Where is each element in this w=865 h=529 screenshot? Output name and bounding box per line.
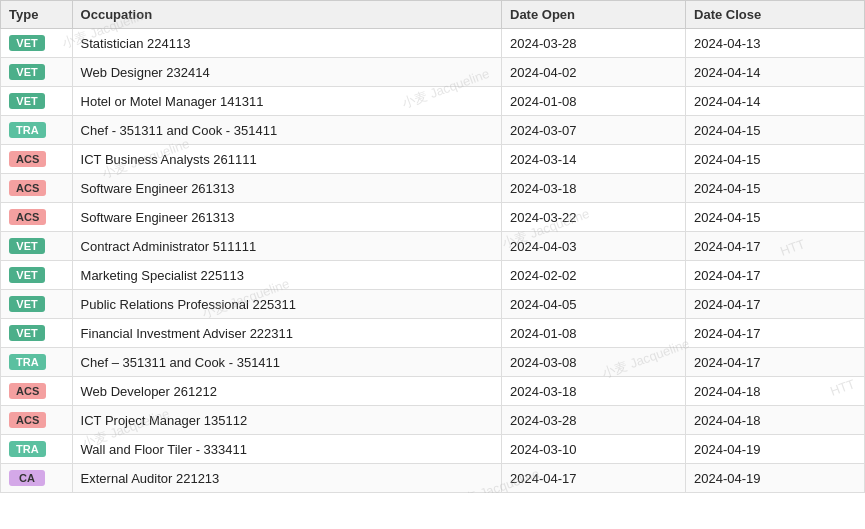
cell-occupation: Software Engineer 261313: [72, 174, 501, 203]
type-badge: CA: [9, 470, 45, 486]
cell-occupation: ICT Business Analysts 261111: [72, 145, 501, 174]
type-badge: VET: [9, 35, 45, 51]
cell-type: VET: [1, 261, 73, 290]
col-type: Type: [1, 1, 73, 29]
type-badge: ACS: [9, 412, 46, 428]
cell-date-open: 2024-04-05: [502, 290, 686, 319]
table-row: ACS Web Developer 261212 2024-03-18 2024…: [1, 377, 865, 406]
cell-date-open: 2024-03-22: [502, 203, 686, 232]
cell-date-open: 2024-03-07: [502, 116, 686, 145]
cell-date-close: 2024-04-14: [686, 58, 865, 87]
cell-type: TRA: [1, 435, 73, 464]
cell-date-open: 2024-03-18: [502, 377, 686, 406]
type-badge: ACS: [9, 151, 46, 167]
cell-type: ACS: [1, 377, 73, 406]
cell-date-open: 2024-04-17: [502, 464, 686, 493]
type-badge: TRA: [9, 354, 46, 370]
cell-type: VET: [1, 87, 73, 116]
table-row: ACS Software Engineer 261313 2024-03-22 …: [1, 203, 865, 232]
table-row: ACS ICT Project Manager 135112 2024-03-2…: [1, 406, 865, 435]
table-row: VET Web Designer 232414 2024-04-02 2024-…: [1, 58, 865, 87]
cell-date-close: 2024-04-17: [686, 261, 865, 290]
cell-occupation: Web Designer 232414: [72, 58, 501, 87]
cell-date-close: 2024-04-13: [686, 29, 865, 58]
cell-type: ACS: [1, 203, 73, 232]
type-badge: VET: [9, 325, 45, 341]
cell-type: CA: [1, 464, 73, 493]
cell-occupation: Chef – 351311 and Cook - 351411: [72, 348, 501, 377]
cell-date-close: 2024-04-19: [686, 435, 865, 464]
cell-date-close: 2024-04-17: [686, 232, 865, 261]
table-row: TRA Chef – 351311 and Cook - 351411 2024…: [1, 348, 865, 377]
cell-date-close: 2024-04-15: [686, 203, 865, 232]
main-container: 小麦 Jacqueline小麦 Jacqueline小麦 Jacqueline小…: [0, 0, 865, 493]
cell-type: VET: [1, 29, 73, 58]
table-row: CA External Auditor 221213 2024-04-17 20…: [1, 464, 865, 493]
type-badge: VET: [9, 267, 45, 283]
type-badge: ACS: [9, 180, 46, 196]
table-row: VET Statistician 224113 2024-03-28 2024-…: [1, 29, 865, 58]
cell-occupation: Hotel or Motel Manager 141311: [72, 87, 501, 116]
cell-occupation: Financial Investment Adviser 222311: [72, 319, 501, 348]
type-badge: TRA: [9, 122, 46, 138]
cell-occupation: External Auditor 221213: [72, 464, 501, 493]
cell-occupation: Chef - 351311 and Cook - 351411: [72, 116, 501, 145]
cell-date-close: 2024-04-17: [686, 348, 865, 377]
cell-date-close: 2024-04-14: [686, 87, 865, 116]
occupation-table: Type Occupation Date Open Date Close VET…: [0, 0, 865, 493]
cell-type: ACS: [1, 406, 73, 435]
cell-date-open: 2024-01-08: [502, 87, 686, 116]
cell-date-close: 2024-04-17: [686, 290, 865, 319]
col-date-open: Date Open: [502, 1, 686, 29]
cell-occupation: Statistician 224113: [72, 29, 501, 58]
cell-date-open: 2024-03-14: [502, 145, 686, 174]
cell-date-close: 2024-04-18: [686, 377, 865, 406]
cell-type: VET: [1, 58, 73, 87]
table-row: VET Financial Investment Adviser 222311 …: [1, 319, 865, 348]
cell-date-open: 2024-03-28: [502, 29, 686, 58]
cell-date-open: 2024-04-03: [502, 232, 686, 261]
cell-date-close: 2024-04-15: [686, 174, 865, 203]
cell-type: VET: [1, 232, 73, 261]
cell-type: ACS: [1, 174, 73, 203]
cell-occupation: Contract Administrator 511111: [72, 232, 501, 261]
cell-type: VET: [1, 290, 73, 319]
cell-date-close: 2024-04-19: [686, 464, 865, 493]
table-row: ACS Software Engineer 261313 2024-03-18 …: [1, 174, 865, 203]
table-row: VET Contract Administrator 511111 2024-0…: [1, 232, 865, 261]
cell-date-open: 2024-02-02: [502, 261, 686, 290]
col-date-close: Date Close: [686, 1, 865, 29]
table-row: TRA Wall and Floor Tiler - 333411 2024-0…: [1, 435, 865, 464]
cell-date-open: 2024-03-28: [502, 406, 686, 435]
cell-occupation: Web Developer 261212: [72, 377, 501, 406]
cell-date-open: 2024-03-08: [502, 348, 686, 377]
cell-date-open: 2024-03-10: [502, 435, 686, 464]
cell-type: TRA: [1, 116, 73, 145]
table-header-row: Type Occupation Date Open Date Close: [1, 1, 865, 29]
cell-date-close: 2024-04-17: [686, 319, 865, 348]
table-row: VET Hotel or Motel Manager 141311 2024-0…: [1, 87, 865, 116]
col-occupation: Occupation: [72, 1, 501, 29]
table-row: TRA Chef - 351311 and Cook - 351411 2024…: [1, 116, 865, 145]
cell-type: VET: [1, 319, 73, 348]
type-badge: TRA: [9, 441, 46, 457]
cell-type: ACS: [1, 145, 73, 174]
type-badge: VET: [9, 64, 45, 80]
cell-occupation: Wall and Floor Tiler - 333411: [72, 435, 501, 464]
cell-date-open: 2024-03-18: [502, 174, 686, 203]
cell-type: TRA: [1, 348, 73, 377]
table-row: ACS ICT Business Analysts 261111 2024-03…: [1, 145, 865, 174]
type-badge: VET: [9, 93, 45, 109]
type-badge: VET: [9, 238, 45, 254]
type-badge: VET: [9, 296, 45, 312]
cell-date-open: 2024-01-08: [502, 319, 686, 348]
cell-occupation: Marketing Specialist 225113: [72, 261, 501, 290]
type-badge: ACS: [9, 383, 46, 399]
cell-occupation: Public Relations Professional 225311: [72, 290, 501, 319]
type-badge: ACS: [9, 209, 46, 225]
cell-date-open: 2024-04-02: [502, 58, 686, 87]
cell-date-close: 2024-04-15: [686, 116, 865, 145]
cell-occupation: Software Engineer 261313: [72, 203, 501, 232]
table-row: VET Public Relations Professional 225311…: [1, 290, 865, 319]
cell-occupation: ICT Project Manager 135112: [72, 406, 501, 435]
